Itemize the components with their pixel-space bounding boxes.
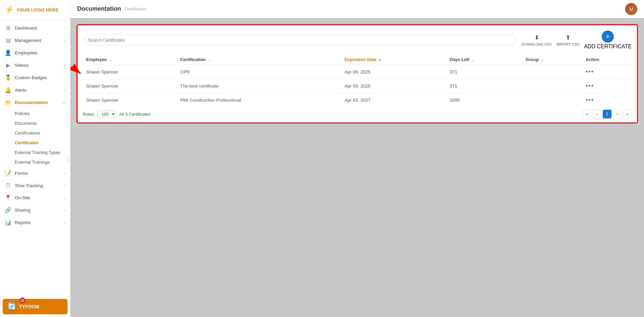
upload-icon: ⬆	[566, 34, 571, 41]
videos-icon: ▶	[5, 62, 11, 68]
reports-icon: 📊	[5, 219, 11, 226]
cell-action[interactable]: •••	[582, 79, 632, 93]
toolbar-row: ⬇ DOWNLOAD CSV ⬆ IMPORT CSV + ADD CERTIF…	[83, 31, 632, 50]
breadcrumb: Certificates	[124, 6, 146, 11]
cell-expiration-date: Apr 09, 2025	[341, 79, 446, 93]
search-wrap	[83, 35, 516, 46]
logo-bolt-icon: ⚡	[5, 5, 14, 14]
sidebar-item-management[interactable]: ▤ Management ›	[0, 34, 70, 47]
sharing-icon: 🔗	[5, 207, 11, 213]
tyfoom-label: TYFOOM	[19, 304, 39, 309]
col-action: Action	[582, 54, 632, 65]
sidebar-item-label: Time Tracking	[15, 183, 43, 188]
sidebar-item-time-tracking[interactable]: ⏱ Time Tracking ›	[0, 179, 70, 192]
add-certificate-label: ADD CERTIFICATE	[584, 44, 632, 50]
col-days-left[interactable]: Days Left ⌄	[446, 54, 522, 65]
tyfoom-icon: 🔄	[7, 302, 16, 311]
chevron-icon: ›	[64, 26, 65, 30]
page-next-button[interactable]: ›	[613, 110, 622, 118]
sidebar-subitem-certificates[interactable]: Certificates	[0, 138, 70, 148]
col-expiration-date[interactable]: Expiration Date ∧	[341, 54, 446, 65]
sidebar-item-dashboard[interactable]: ⊞ Dashboard ›	[0, 22, 70, 34]
table-row: Shawn Spencer CPR Apr 09, 2025 371 •••	[83, 65, 632, 79]
main-area: Documentation Certificates U	[70, 0, 644, 317]
rows-select[interactable]: 100 25 50	[98, 110, 116, 118]
col-certification[interactable]: Certification ⌄	[177, 54, 341, 65]
topbar-left: Documentation Certificates	[77, 5, 146, 12]
sidebar-item-employees[interactable]: 👤 Employees ›	[0, 47, 70, 59]
sidebar-subitem-ext-trainings[interactable]: External Trainings	[0, 157, 70, 167]
sidebar-subitem-ext-training-types[interactable]: External Training Types	[0, 148, 70, 157]
table-footer: Rows: 100 25 50 All 3 Certificates « ‹ 1…	[83, 110, 632, 118]
sidebar-item-documentation[interactable]: 📁 Documentation ⌄	[0, 96, 70, 109]
chevron-down-icon: ⌄	[62, 100, 65, 105]
page-first-button[interactable]: «	[583, 110, 591, 118]
cell-days-left: 371	[446, 65, 522, 79]
sidebar-item-label: Reports	[15, 220, 31, 225]
sidebar-item-sharing[interactable]: 🔗 Sharing ›	[0, 204, 70, 216]
logo-area: ⚡ YOUR LOGO HERE	[0, 0, 70, 20]
employees-icon: 👤	[5, 50, 11, 56]
page-title: Documentation	[77, 5, 121, 12]
sidebar-collapse-button[interactable]: ‹	[65, 156, 70, 161]
topbar: Documentation Certificates U	[70, 0, 644, 18]
sidebar-item-on-site[interactable]: 📍 On-Site ›	[0, 192, 70, 204]
table-row: Shawn Spencer The best certificate Apr 0…	[83, 79, 632, 93]
total-count: All 3 Certificates	[119, 112, 151, 117]
sidebar-item-custom-badges[interactable]: 🏅 Custom Badges	[0, 71, 70, 84]
sidebar-item-forms[interactable]: 📝 Forms ›	[0, 167, 70, 179]
sidebar-item-alerts[interactable]: 🔔 Alerts ›	[0, 84, 70, 96]
sidebar-item-reports[interactable]: 📊 Reports ›	[0, 216, 70, 229]
toolbar-actions: ⬇ DOWNLOAD CSV ⬆ IMPORT CSV + ADD CERTIF…	[522, 31, 632, 50]
sort-icon: ⌄	[541, 58, 544, 62]
table-row: Shawn Spencer PMI Construction Professio…	[83, 93, 632, 107]
search-input[interactable]	[83, 35, 516, 46]
download-icon: ⬇	[534, 34, 539, 41]
chevron-icon: ›	[64, 39, 65, 43]
cell-employee: Shawn Spencer	[83, 93, 177, 107]
page-1-button[interactable]: 1	[603, 110, 611, 118]
sidebar-item-label: Custom Badges	[15, 75, 47, 80]
page-prev-button[interactable]: ‹	[593, 110, 601, 118]
col-employee[interactable]: Employee ⌄	[83, 54, 177, 65]
col-group[interactable]: Group ⌄	[522, 54, 582, 65]
pagination: « ‹ 1 › »	[583, 110, 632, 118]
sidebar: ⚡ YOUR LOGO HERE ⊞ Dashboard › ▤ Managem…	[0, 0, 70, 317]
notification-badge: 25	[19, 298, 25, 304]
dashboard-icon: ⊞	[5, 25, 11, 31]
time-tracking-icon: ⏱	[5, 182, 11, 189]
certificates-panel: ⬇ DOWNLOAD CSV ⬆ IMPORT CSV + ADD CERTIF…	[76, 24, 638, 123]
import-csv-button[interactable]: ⬆ IMPORT CSV	[556, 34, 579, 46]
chevron-icon: ›	[64, 221, 65, 225]
sidebar-subitem-certifications[interactable]: Certifications	[0, 128, 70, 138]
chevron-icon: ›	[64, 51, 65, 55]
sidebar-item-label: Documentation	[15, 100, 48, 105]
download-csv-button[interactable]: ⬇ DOWNLOAD CSV	[522, 34, 552, 46]
tyfoom-footer[interactable]: 25 🔄 TYFOOM	[3, 299, 67, 314]
action-dots-button[interactable]: •••	[586, 97, 594, 103]
sort-icon: ⌄	[109, 58, 112, 62]
cell-action[interactable]: •••	[582, 93, 632, 107]
chevron-icon: ›	[64, 171, 65, 175]
cell-certification: PMI Construction Professional	[177, 93, 341, 107]
sidebar-subitem-policies[interactable]: Policies	[0, 109, 70, 118]
cell-employee: Shawn Spencer	[83, 79, 177, 93]
sidebar-item-videos[interactable]: ▶ Videos ›	[0, 59, 70, 71]
page-last-button[interactable]: »	[623, 110, 632, 118]
cell-expiration-date: Apr 09, 2025	[341, 65, 446, 79]
on-site-icon: 📍	[5, 195, 11, 201]
chevron-icon: ›	[64, 183, 65, 188]
cell-days-left: 371	[446, 79, 522, 93]
sidebar-item-label: Sharing	[15, 208, 31, 213]
sidebar-subitem-documents[interactable]: Documents	[0, 118, 70, 128]
sidebar-item-label: Forms	[15, 171, 28, 176]
action-dots-button[interactable]: •••	[586, 83, 594, 89]
cell-action[interactable]: •••	[582, 65, 632, 79]
import-csv-label: IMPORT CSV	[556, 42, 579, 46]
alerts-icon: 🔔	[5, 87, 11, 93]
action-dots-button[interactable]: •••	[586, 68, 594, 75]
user-avatar[interactable]: U	[625, 3, 637, 15]
cell-employee: Shawn Spencer	[83, 65, 177, 79]
chevron-icon: ›	[64, 196, 65, 200]
add-certificate-button[interactable]: +	[602, 31, 614, 43]
